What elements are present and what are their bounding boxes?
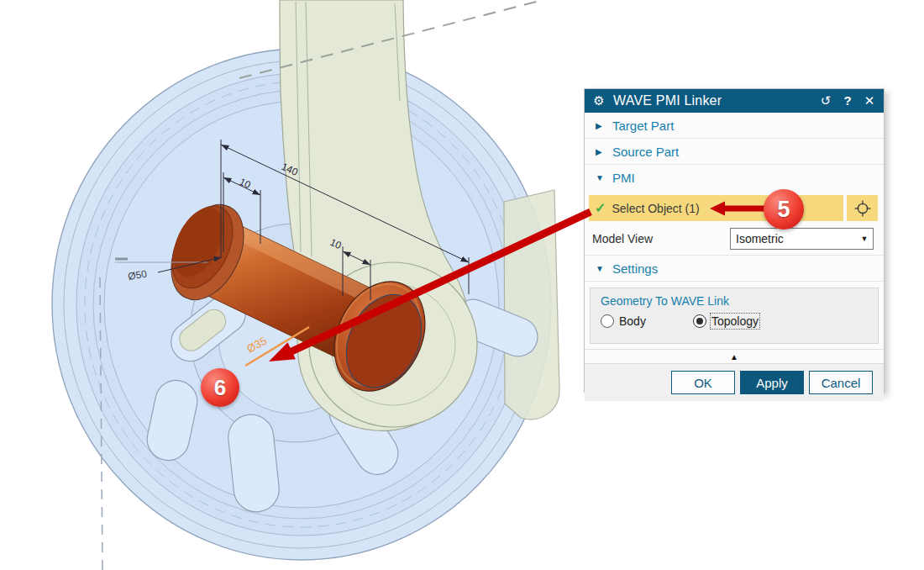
geometry-to-wave-link-group: Geometry To WAVE Link Body Topology (590, 288, 879, 344)
close-icon[interactable]: ✕ (862, 89, 877, 113)
chevron-down-icon: ▼ (596, 173, 604, 182)
cancel-button[interactable]: Cancel (809, 371, 873, 394)
callout-badge-5: 5 (764, 189, 804, 230)
select-object-field[interactable]: ✓ Select Object (1) (589, 195, 843, 221)
radio-label: Body (619, 314, 646, 328)
select-object-label: Select Object (1) (612, 202, 699, 215)
model-view-dropdown[interactable]: Isometric ▼ (730, 228, 874, 250)
callout-badge-6: 6 (201, 368, 239, 407)
ok-button[interactable]: OK (671, 371, 735, 394)
crosshair-icon (853, 199, 872, 218)
radio-circle (601, 314, 614, 328)
reset-icon[interactable]: ↺ (818, 89, 833, 113)
section-label: PMI (612, 171, 635, 185)
section-settings[interactable]: ▼ Settings (585, 255, 884, 282)
model-view-value: Isometric (736, 232, 856, 245)
dialog-title: WAVE PMI Linker (613, 93, 811, 108)
section-source-part[interactable]: ▶ Source Part (585, 139, 884, 165)
radio-topology[interactable]: Topology (693, 314, 759, 328)
check-icon: ✓ (595, 200, 606, 216)
group-title: Geometry To WAVE Link (601, 294, 878, 308)
help-icon[interactable]: ? (840, 89, 855, 113)
dialog-footer: OK Apply Cancel (585, 364, 884, 401)
fork-arm-far-prong[interactable] (504, 190, 559, 420)
chevron-down-icon: ▼ (596, 264, 604, 273)
section-label: Target Part (612, 119, 674, 133)
model-view-label: Model View (592, 232, 730, 245)
radio-body[interactable]: Body (601, 314, 646, 328)
wave-pmi-linker-dialog: ⚙ WAVE PMI Linker ↺ ? ✕ ▶ Target Part ▶ … (584, 88, 885, 393)
section-target-part[interactable]: ▶ Target Part (585, 113, 884, 139)
gear-icon: ⚙ (591, 89, 606, 113)
dialog-titlebar[interactable]: ⚙ WAVE PMI Linker ↺ ? ✕ (585, 89, 884, 113)
chevron-right-icon: ▶ (596, 121, 604, 130)
apply-button[interactable]: Apply (740, 371, 804, 394)
section-label: Settings (612, 261, 658, 276)
point-dialog-button[interactable] (847, 195, 878, 221)
dialog-collapse-handle[interactable]: ▲ (585, 349, 884, 364)
chevron-down-icon: ▼ (856, 235, 873, 243)
radio-circle-selected (693, 314, 706, 328)
chevron-right-icon: ▶ (596, 147, 604, 156)
radio-label: Topology (711, 314, 759, 328)
section-pmi[interactable]: ▼ PMI (585, 165, 884, 190)
section-label: Source Part (612, 145, 679, 159)
collapse-arrow-icon: ▲ (730, 352, 738, 362)
